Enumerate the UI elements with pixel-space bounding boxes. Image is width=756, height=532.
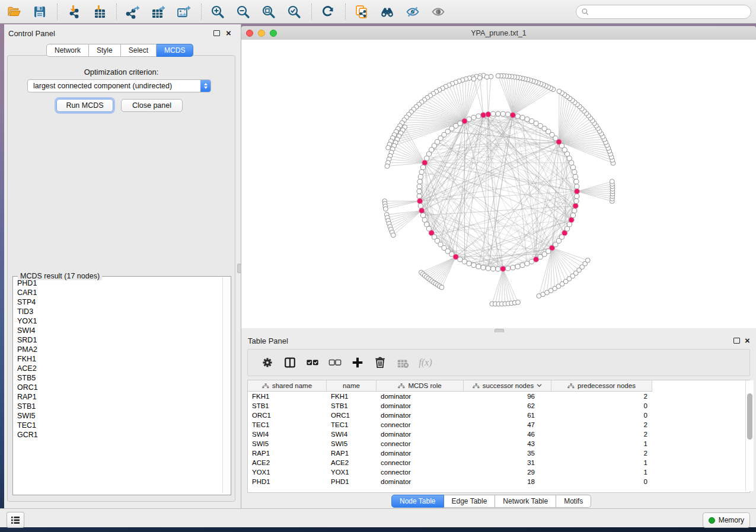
settings-gear-button[interactable] bbox=[259, 352, 276, 373]
cell: 0 bbox=[551, 477, 652, 486]
zoom-in-button[interactable] bbox=[209, 3, 226, 21]
zoom-fit-button[interactable] bbox=[260, 3, 277, 21]
show-columns-button[interactable] bbox=[281, 352, 299, 373]
open-file-icon bbox=[7, 5, 21, 19]
network-window-titlebar[interactable]: YPA_prune.txt_1 bbox=[241, 26, 756, 40]
tab-select[interactable]: Select bbox=[121, 44, 157, 57]
table-scrollbar-thumb[interactable] bbox=[747, 393, 752, 440]
mcds-result-list[interactable]: PHD1CAR1STP4TID3YOX1SWI4SRD1PMA2FKH1ACE2… bbox=[14, 278, 222, 493]
mcds-result-item[interactable]: PHD1 bbox=[14, 278, 222, 288]
main-toolbar bbox=[0, 0, 756, 24]
search-input[interactable] bbox=[592, 7, 743, 17]
save-session-button[interactable] bbox=[31, 3, 48, 21]
tab-edge-table[interactable]: Edge Table bbox=[444, 495, 496, 508]
table-row[interactable]: SWI4SWI4dominator462 bbox=[248, 430, 749, 439]
cell: connector bbox=[377, 420, 464, 430]
show-panels-button[interactable] bbox=[7, 512, 24, 528]
cell: 46 bbox=[464, 430, 551, 439]
cell: 2 bbox=[551, 420, 652, 430]
table-row[interactable]: STB1STB1dominator620 bbox=[248, 401, 749, 411]
vertical-splitter[interactable] bbox=[237, 24, 241, 508]
import-network-button[interactable] bbox=[65, 3, 82, 21]
tab-node-table[interactable]: Node Table bbox=[391, 495, 444, 508]
hide-graphics-button[interactable] bbox=[404, 3, 421, 21]
mcds-result-item[interactable]: STP4 bbox=[14, 297, 222, 307]
table-row[interactable]: PHD1PHD1dominator180 bbox=[248, 477, 749, 486]
show-graphics-details-button[interactable] bbox=[430, 3, 446, 21]
column-header-shared-name[interactable]: shared name bbox=[248, 380, 327, 392]
table-row[interactable]: ACE2ACE2connector311 bbox=[248, 458, 749, 467]
status-bar: Memory bbox=[0, 508, 756, 527]
select-all-button[interactable] bbox=[304, 352, 321, 373]
tab-motifs[interactable]: Motifs bbox=[556, 495, 591, 508]
import-table-button[interactable] bbox=[91, 3, 107, 21]
add-entry-button[interactable] bbox=[349, 352, 366, 373]
zoom-in-icon bbox=[210, 5, 225, 19]
close-table-panel-icon[interactable]: × bbox=[745, 338, 750, 344]
search-box[interactable] bbox=[576, 5, 751, 19]
toolbar-separator bbox=[345, 4, 346, 20]
mcds-result-item[interactable]: STB5 bbox=[14, 373, 222, 383]
table-row[interactable]: ORC1ORC1dominator610 bbox=[248, 411, 749, 420]
close-panel-button[interactable]: Close panel bbox=[121, 99, 183, 112]
export-image-button[interactable] bbox=[176, 3, 192, 21]
mcds-result-item[interactable]: GCR1 bbox=[14, 430, 222, 440]
mcds-result-item[interactable]: TID3 bbox=[14, 307, 222, 316]
table-toolbar: f(x) bbox=[247, 349, 750, 376]
clone-network-button[interactable] bbox=[353, 3, 370, 21]
mcds-result-item[interactable]: SRD1 bbox=[14, 335, 222, 345]
cell: dominator bbox=[377, 430, 464, 439]
control-panel-title: Control Panel bbox=[8, 29, 55, 38]
mcds-result-scrollbar[interactable] bbox=[222, 277, 230, 493]
control-panel-tabs: NetworkStyleSelectMCDS bbox=[46, 44, 193, 57]
refresh-view-button[interactable] bbox=[320, 3, 336, 21]
search-network-button[interactable] bbox=[379, 3, 395, 21]
tab-mcds[interactable]: MCDS bbox=[157, 44, 193, 57]
delete-table-button[interactable] bbox=[394, 352, 412, 373]
float-panel-icon[interactable] bbox=[213, 30, 220, 36]
mcds-result-item[interactable]: RAP1 bbox=[14, 392, 222, 402]
column-header-predecessor-nodes[interactable]: predecessor nodes bbox=[551, 380, 652, 392]
mcds-result-item[interactable]: FKH1 bbox=[14, 354, 222, 364]
column-header-successor-nodes[interactable]: successor nodes bbox=[464, 380, 551, 392]
table-row[interactable]: RAP1RAP1dominator352 bbox=[248, 448, 749, 458]
close-panel-icon[interactable]: × bbox=[226, 30, 231, 36]
export-network-button[interactable] bbox=[125, 3, 141, 21]
run-mcds-button[interactable]: Run MCDS bbox=[56, 99, 113, 112]
table-row[interactable]: TEC1TEC1connector472 bbox=[248, 420, 749, 430]
open-file-button[interactable] bbox=[6, 3, 23, 21]
column-header-name[interactable]: name bbox=[327, 380, 377, 392]
mcds-result-item[interactable]: CAR1 bbox=[14, 288, 222, 297]
network-canvas[interactable] bbox=[241, 40, 756, 328]
table-row[interactable]: FKH1FKH1dominator962 bbox=[248, 392, 749, 401]
zoom-selected-button[interactable] bbox=[286, 3, 302, 21]
zoom-out-button[interactable] bbox=[235, 3, 251, 21]
mcds-result-item[interactable]: SWI4 bbox=[14, 326, 222, 335]
memory-button[interactable]: Memory bbox=[703, 512, 750, 528]
mcds-result-item[interactable]: ORC1 bbox=[14, 383, 222, 392]
export-table-button[interactable] bbox=[150, 3, 167, 21]
mcds-result-item[interactable]: PMA2 bbox=[14, 345, 222, 354]
table-scrollbar[interactable] bbox=[745, 380, 754, 491]
unselect-all-button[interactable] bbox=[326, 352, 344, 373]
unselect-all-icon bbox=[328, 356, 342, 369]
optimization-criterion-select[interactable]: largest connected component (undirected) bbox=[27, 79, 211, 92]
mcds-result-item[interactable]: SWI5 bbox=[14, 411, 222, 421]
horizontal-splitter[interactable] bbox=[241, 328, 756, 332]
mcds-result-item[interactable]: STB1 bbox=[14, 402, 222, 411]
function-builder-button[interactable]: f(x) bbox=[416, 352, 434, 373]
float-table-panel-icon[interactable] bbox=[733, 338, 740, 344]
refresh-view-icon bbox=[321, 5, 335, 19]
table-row[interactable]: SWI5SWI5connector431 bbox=[248, 439, 749, 448]
delete-entry-button[interactable] bbox=[371, 352, 389, 373]
tab-network-table[interactable]: Network Table bbox=[495, 495, 556, 508]
mcds-result-item[interactable]: TEC1 bbox=[14, 421, 222, 430]
table-row[interactable]: YOX1YOX1connector291 bbox=[248, 467, 749, 477]
column-header-MCDS-role[interactable]: MCDS role bbox=[377, 380, 464, 392]
tab-style[interactable]: Style bbox=[89, 44, 121, 57]
mcds-result-item[interactable]: YOX1 bbox=[14, 316, 222, 326]
cell: 47 bbox=[464, 420, 551, 430]
mcds-result-group: MCDS result (17 nodes) PHD1CAR1STP4TID3Y… bbox=[12, 276, 231, 495]
tab-network[interactable]: Network bbox=[46, 44, 89, 57]
mcds-result-item[interactable]: ACE2 bbox=[14, 364, 222, 373]
